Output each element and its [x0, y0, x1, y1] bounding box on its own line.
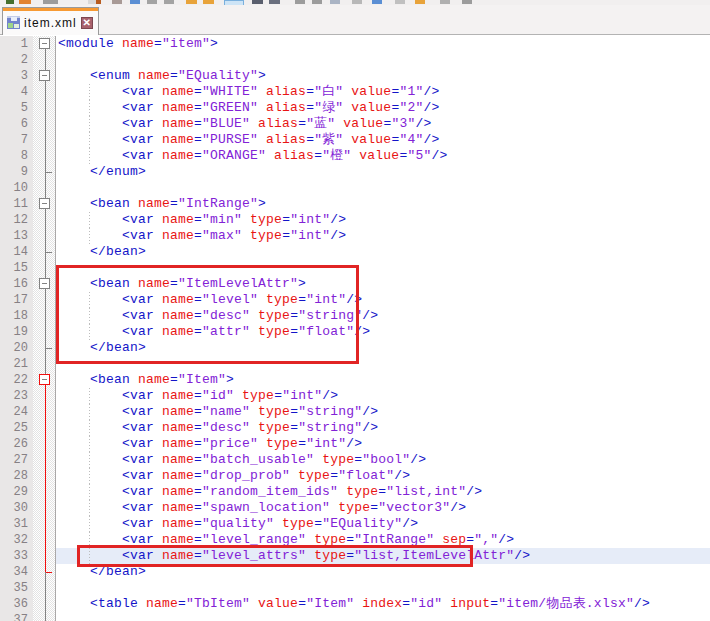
code-text[interactable]: <var name="attr" type="float"/> [56, 324, 710, 340]
fold-margin[interactable] [33, 260, 56, 276]
code-text[interactable]: <module name="item"> [56, 36, 710, 52]
fold-margin[interactable] [33, 340, 56, 356]
fold-margin[interactable] [33, 180, 56, 196]
fold-collapse-icon[interactable] [39, 70, 50, 81]
code-line[interactable]: 20 </bean> [0, 340, 710, 356]
fold-margin[interactable] [33, 100, 56, 116]
code-line[interactable]: 34 </bean> [0, 564, 710, 580]
tab-item-xml[interactable]: item.xml ✕ [2, 7, 99, 35]
code-line[interactable]: 19 <var name="attr" type="float"/> [0, 324, 710, 340]
code-text[interactable]: <enum name="EQuality"> [56, 68, 710, 84]
fold-margin[interactable] [33, 132, 56, 148]
code-text[interactable]: <bean name="Item"> [56, 372, 710, 388]
code-line[interactable]: 21 [0, 356, 710, 372]
fold-margin[interactable] [33, 420, 56, 436]
code-text[interactable]: <var name="batch_usable" type="bool"/> [56, 452, 710, 468]
code-text[interactable]: <var name="PURSE" alias="紫" value="4"/> [56, 132, 710, 148]
fold-margin[interactable] [33, 612, 56, 621]
code-text[interactable]: <bean name="IntRange"> [56, 196, 710, 212]
fold-margin[interactable] [33, 580, 56, 596]
code-line[interactable]: 7 <var name="PURSE" alias="紫" value="4"/… [0, 132, 710, 148]
code-text[interactable]: <var name="drop_prob" type="float"/> [56, 468, 710, 484]
fold-margin[interactable] [33, 244, 56, 260]
code-text[interactable] [56, 180, 710, 196]
fold-margin[interactable] [33, 164, 56, 180]
code-line[interactable]: 29 <var name="random_item_ids" type="lis… [0, 484, 710, 500]
doc-map-icon[interactable] [372, 0, 382, 4]
fold-margin[interactable] [33, 532, 56, 548]
code-line[interactable]: 2 [0, 52, 710, 68]
code-line[interactable]: 12 <var name="min" type="int"/> [0, 212, 710, 228]
undo-icon[interactable] [186, 0, 197, 4]
fold-margin[interactable] [33, 212, 56, 228]
fold-margin[interactable] [33, 372, 56, 388]
fold-collapse-icon[interactable] [39, 38, 50, 49]
code-line[interactable]: 23 <var name="id" type="int"/> [0, 388, 710, 404]
fold-margin[interactable] [33, 196, 56, 212]
code-text[interactable]: <var name="name" type="string"/> [56, 404, 710, 420]
show-symbols-icon[interactable] [352, 0, 362, 4]
fold-margin[interactable] [33, 596, 56, 612]
code-line[interactable]: 26 <var name="price" type="int"/> [0, 436, 710, 452]
code-text[interactable]: <var name="max" type="int"/> [56, 228, 710, 244]
open-file-icon[interactable] [19, 0, 31, 4]
save-icon[interactable] [43, 0, 58, 4]
redo-icon[interactable] [203, 0, 214, 4]
code-text[interactable]: <var name="level_range" type="IntRange" … [56, 532, 710, 548]
fold-collapse-icon[interactable] [39, 374, 50, 385]
code-line[interactable]: 31 <var name="quality" type="EQuality"/> [0, 516, 710, 532]
code-text[interactable] [56, 52, 710, 68]
word-wrap-icon[interactable] [330, 0, 340, 4]
fold-margin[interactable] [33, 324, 56, 340]
code-line[interactable]: 32 <var name="level_range" type="IntRang… [0, 532, 710, 548]
fold-margin[interactable] [33, 308, 56, 324]
code-text[interactable] [56, 356, 710, 372]
zoom-in-icon[interactable] [269, 0, 280, 4]
code-text[interactable]: <var name="price" type="int"/> [56, 436, 710, 452]
zoom-out-icon[interactable] [295, 0, 305, 4]
code-text[interactable]: <var name="ORANGE" alias="橙" value="5"/> [56, 148, 710, 164]
code-text[interactable]: <bean name="ItemLevelAttr"> [56, 276, 710, 292]
code-line[interactable]: 15 [0, 260, 710, 276]
code-line[interactable]: 24 <var name="name" type="string"/> [0, 404, 710, 420]
close-x-icon[interactable]: ✕ [81, 17, 93, 29]
code-editor[interactable]: 1<module name="item">23 <enum name="EQua… [0, 35, 710, 621]
new-file-icon[interactable] [6, 0, 14, 4]
code-text[interactable]: </enum> [56, 164, 710, 180]
fold-collapse-icon[interactable] [39, 198, 50, 209]
code-line[interactable]: 22 <bean name="Item"> [0, 372, 710, 388]
fold-margin[interactable] [33, 548, 56, 564]
code-line[interactable]: 35 [0, 580, 710, 596]
code-line[interactable]: 3 <enum name="EQuality"> [0, 68, 710, 84]
code-text[interactable]: <var name="desc" type="string"/> [56, 308, 710, 324]
code-text[interactable] [56, 612, 710, 621]
replace-icon[interactable] [252, 0, 263, 4]
fold-margin[interactable] [33, 276, 56, 292]
code-text[interactable]: <var name="id" type="int"/> [56, 388, 710, 404]
fold-margin[interactable] [33, 228, 56, 244]
code-line[interactable]: 10 [0, 180, 710, 196]
code-line[interactable]: 36 <table name="TbItem" value="Item" ind… [0, 596, 710, 612]
code-text[interactable]: <var name="desc" type="string"/> [56, 420, 710, 436]
code-line[interactable]: 30 <var name="spawn_location" type="vect… [0, 500, 710, 516]
code-text[interactable]: </bean> [56, 340, 710, 356]
code-text[interactable]: <var name="BLUE" alias="蓝" value="3"/> [56, 116, 710, 132]
code-text[interactable]: <var name="quality" type="EQuality"/> [56, 516, 710, 532]
fold-margin[interactable] [33, 452, 56, 468]
code-text[interactable]: <var name="GREEN" alias="绿" value="2"/> [56, 100, 710, 116]
code-text[interactable]: <var name="level" type="int"/> [56, 292, 710, 308]
print-icon[interactable] [112, 0, 122, 4]
copy-icon[interactable] [147, 0, 157, 4]
code-line[interactable]: 5 <var name="GREEN" alias="绿" value="2"/… [0, 100, 710, 116]
fold-margin[interactable] [33, 84, 56, 100]
save-all-icon[interactable] [88, 0, 96, 4]
code-text[interactable]: <var name="random_item_ids" type="list,i… [56, 484, 710, 500]
fold-margin[interactable] [33, 516, 56, 532]
code-text[interactable]: <table name="TbItem" value="Item" index=… [56, 596, 710, 612]
code-text[interactable]: </bean> [56, 564, 710, 580]
code-text[interactable] [56, 580, 710, 596]
fold-margin[interactable] [33, 356, 56, 372]
fold-margin[interactable] [33, 292, 56, 308]
code-line[interactable]: 33 <var name="level_attrs" type="list,It… [0, 548, 710, 564]
code-line[interactable]: 13 <var name="max" type="int"/> [0, 228, 710, 244]
